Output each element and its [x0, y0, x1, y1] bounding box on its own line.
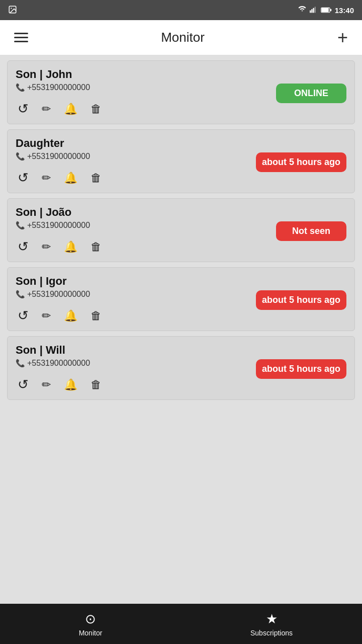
bell-button-son-joao[interactable]: 🔔 [62, 238, 79, 256]
contact-card-son-john: Son | John📞 +5531900000000↺✏🔔🗑ONLINE [7, 60, 355, 124]
status-badge-daughter: about 5 hours ago [256, 152, 346, 172]
contact-phone-son-igor: 📞 +5531900000000 [16, 290, 250, 299]
history-button-daughter[interactable]: ↺ [16, 168, 31, 188]
contact-phone-son-joao: 📞 +5531900000000 [16, 221, 270, 230]
nav-monitor[interactable]: ⊙ Monitor [0, 607, 181, 641]
edit-button-son-will[interactable]: ✏ [40, 376, 53, 393]
contact-name-son-igor: Son | Igor [16, 275, 250, 288]
hamburger-line-3 [14, 41, 28, 42]
contact-list: Son | John📞 +5531900000000↺✏🔔🗑ONLINEDaug… [0, 55, 362, 604]
contact-card-son-igor: Son | Igor📞 +5531900000000↺✏🔔🗑about 5 ho… [7, 267, 355, 331]
battery-icon [321, 6, 332, 15]
delete-button-son-igor[interactable]: 🗑 [88, 307, 104, 325]
svg-rect-5 [314, 7, 315, 13]
contact-phone-daughter: 📞 +5531900000000 [16, 152, 250, 161]
status-badge-son-joao: Not seen [276, 221, 346, 241]
contact-card-daughter: Daughter📞 +5531900000000↺✏🔔🗑about 5 hour… [7, 129, 355, 193]
subscriptions-nav-label: Subscriptions [250, 629, 293, 637]
page-title: Monitor [161, 30, 205, 45]
svg-rect-4 [313, 8, 314, 13]
contact-info-daughter: Daughter📞 +5531900000000↺✏🔔🗑 [16, 137, 250, 188]
time-display: 13:40 [335, 6, 354, 15]
contact-info-son-joao: Son | João📞 +5531900000000↺✏🔔🗑 [16, 206, 270, 257]
contact-phone-son-john: 📞 +5531900000000 [16, 83, 270, 92]
svg-rect-2 [310, 10, 311, 13]
history-button-son-john[interactable]: ↺ [16, 99, 31, 119]
svg-point-1 [11, 8, 12, 9]
hamburger-line-2 [14, 37, 28, 38]
status-bar-left [8, 5, 17, 16]
hamburger-line-1 [14, 33, 28, 34]
status-badge-son-will: about 5 hours ago [256, 359, 346, 379]
svg-rect-7 [321, 8, 328, 12]
contact-name-son-joao: Son | João [16, 206, 270, 219]
contact-name-son-will: Son | Will [16, 344, 250, 357]
bell-button-son-igor[interactable]: 🔔 [62, 307, 79, 325]
signal-icon [310, 6, 318, 15]
edit-button-son-igor[interactable]: ✏ [40, 307, 53, 325]
status-bar-right: 13:40 [298, 6, 354, 15]
contact-actions-son-joao: ↺✏🔔🗑 [16, 237, 270, 257]
bell-button-daughter[interactable]: 🔔 [62, 170, 79, 187]
history-button-son-will[interactable]: ↺ [16, 375, 31, 394]
delete-button-son-john[interactable]: 🗑 [88, 101, 104, 118]
nav-subscriptions[interactable]: ★ Subscriptions [181, 607, 362, 641]
svg-rect-8 [330, 9, 331, 11]
contact-info-son-will: Son | Will📞 +5531900000000↺✏🔔🗑 [16, 344, 250, 394]
contact-name-daughter: Daughter [16, 137, 250, 150]
contact-phone-son-will: 📞 +5531900000000 [16, 359, 250, 368]
contact-actions-son-john: ↺✏🔔🗑 [16, 99, 270, 119]
edit-button-daughter[interactable]: ✏ [40, 170, 53, 187]
contact-actions-son-igor: ↺✏🔔🗑 [16, 306, 250, 326]
phone-icon: 📞 [16, 221, 25, 230]
contact-info-son-igor: Son | Igor📞 +5531900000000↺✏🔔🗑 [16, 275, 250, 326]
contact-card-son-joao: Son | João📞 +5531900000000↺✏🔔🗑Not seen [7, 198, 355, 262]
contact-actions-son-will: ↺✏🔔🗑 [16, 375, 250, 394]
delete-button-daughter[interactable]: 🗑 [88, 170, 104, 187]
bell-button-son-will[interactable]: 🔔 [62, 376, 79, 393]
menu-button[interactable] [10, 29, 32, 46]
add-button[interactable]: + [333, 27, 352, 49]
phone-icon: 📞 [16, 152, 25, 161]
edit-button-son-john[interactable]: ✏ [40, 101, 53, 118]
bell-button-son-john[interactable]: 🔔 [62, 101, 79, 118]
status-bar: 13:40 [0, 0, 362, 20]
history-button-son-igor[interactable]: ↺ [16, 306, 31, 326]
delete-button-son-joao[interactable]: 🗑 [88, 238, 104, 256]
contact-name-son-john: Son | John [16, 68, 270, 81]
status-badge-son-igor: about 5 hours ago [256, 290, 346, 310]
phone-icon: 📞 [16, 83, 25, 92]
status-badge-son-john: ONLINE [276, 84, 346, 103]
gallery-icon [8, 5, 17, 16]
phone-icon: 📞 [16, 359, 25, 368]
subscriptions-nav-icon: ★ [266, 611, 278, 627]
monitor-nav-label: Monitor [79, 629, 103, 637]
top-bar: Monitor + [0, 20, 362, 55]
edit-button-son-joao[interactable]: ✏ [40, 238, 53, 256]
delete-button-son-will[interactable]: 🗑 [88, 376, 104, 393]
wifi-icon [298, 6, 307, 15]
contact-actions-daughter: ↺✏🔔🗑 [16, 168, 250, 188]
phone-icon: 📞 [16, 290, 25, 299]
bottom-navigation: ⊙ Monitor ★ Subscriptions [0, 604, 362, 644]
contact-info-son-john: Son | John📞 +5531900000000↺✏🔔🗑 [16, 68, 270, 119]
svg-rect-3 [311, 9, 312, 13]
history-button-son-joao[interactable]: ↺ [16, 237, 31, 257]
contact-card-son-will: Son | Will📞 +5531900000000↺✏🔔🗑about 5 ho… [7, 336, 355, 400]
monitor-nav-icon: ⊙ [85, 611, 96, 627]
